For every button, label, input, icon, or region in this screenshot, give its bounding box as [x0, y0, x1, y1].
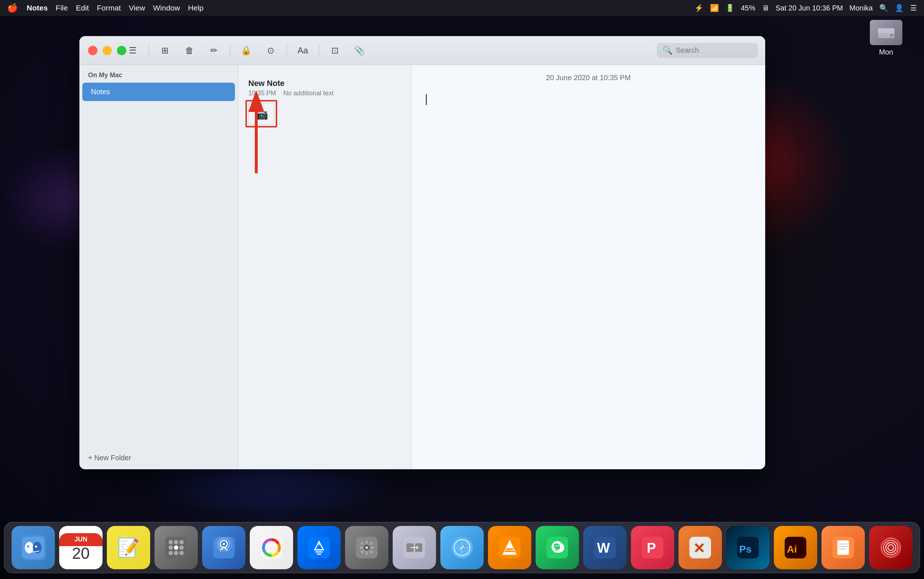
minimize-button[interactable]	[103, 46, 112, 55]
svg-text:✕: ✕	[693, 540, 705, 556]
menu-edit[interactable]: Edit	[76, 3, 89, 12]
desktop-hd-icon[interactable]: Mon	[870, 20, 902, 56]
wifi-icon: 📶	[710, 3, 719, 12]
apple-menu[interactable]: 🍎	[7, 3, 18, 13]
toolbar-separator-3	[286, 44, 287, 57]
svg-rect-37	[360, 546, 362, 549]
toolbar-separator-2	[230, 44, 230, 57]
dock-item-xmind[interactable]: ✕	[679, 526, 722, 569]
notification-list-icon[interactable]: ☰	[910, 3, 917, 12]
notes-toolbar: ☰ ⊞ 🗑 ✏ 🔒 ⊙ Aa ⊡ 📎 🔍	[79, 36, 765, 65]
editor-body[interactable]	[412, 91, 765, 469]
toolbar-separator-1	[149, 44, 149, 57]
battery-icon: 🔋	[726, 3, 734, 12]
dock-item-stickies[interactable]: 📝	[107, 526, 150, 569]
sidebar-item-notes[interactable]: Notes	[82, 83, 235, 101]
note-time: 10:35 PM	[248, 90, 276, 97]
editor-date: 20 June 2020 at 10:35 PM	[412, 65, 765, 91]
svg-rect-28	[308, 537, 330, 558]
dock-item-migration[interactable]	[393, 526, 436, 569]
dock-item-photoshop[interactable]: Ps	[726, 526, 770, 569]
dock-container: JUN 20 📝	[4, 522, 920, 573]
sidebar-item-label: Notes	[91, 88, 226, 96]
svg-point-2	[890, 34, 893, 37]
svg-point-16	[174, 545, 178, 550]
menubar: 🍎 Notes File Edit Format View Window Hel…	[0, 0, 924, 16]
notes-list: New Note 10:35 PM No additional text 📷	[238, 65, 412, 469]
window-controls	[79, 36, 126, 65]
note-list-item[interactable]: New Note 10:35 PM No additional text 📷	[238, 72, 411, 131]
compose-button[interactable]: ✏	[204, 41, 224, 60]
svg-text:Ps: Ps	[739, 544, 751, 555]
dock-item-whatsapp[interactable]	[536, 526, 579, 569]
notes-window: ☰ ⊞ 🗑 ✏ 🔒 ⊙ Aa ⊡ 📎 🔍 On My Mac Notes + N…	[79, 36, 765, 469]
new-folder-button[interactable]: + New Folder	[79, 447, 238, 469]
table-button[interactable]: ⊡	[325, 41, 345, 60]
menu-format[interactable]: Format	[97, 3, 121, 12]
dock-item-calendar[interactable]: JUN 20	[59, 526, 103, 569]
menubar-right: ⚡ 📶 🔋 45% 🖥 Sat 20 Jun 10:36 PM Monika 🔍…	[695, 3, 917, 12]
toolbar-search[interactable]: 🔍	[657, 43, 758, 58]
dock-item-wave[interactable]	[869, 526, 913, 569]
menu-window[interactable]: Window	[153, 3, 180, 12]
contacts-icon[interactable]: 👤	[895, 3, 904, 12]
attachment-button[interactable]: 📎	[349, 41, 370, 60]
svg-text:W: W	[597, 540, 610, 556]
svg-rect-36	[366, 552, 368, 555]
camera-button-wrapper: 📷	[248, 103, 274, 124]
dock-item-word[interactable]: W	[583, 526, 626, 569]
dock-item-vlc[interactable]	[488, 526, 531, 569]
svg-rect-56	[506, 548, 513, 550]
menu-help[interactable]: Help	[188, 3, 204, 12]
close-button[interactable]	[88, 46, 97, 55]
maximize-button[interactable]	[117, 46, 126, 55]
dock-item-finder[interactable]	[11, 526, 55, 569]
note-meta: 10:35 PM No additional text	[248, 90, 401, 97]
svg-point-27	[268, 544, 275, 551]
datetime: Sat 20 Jun 10:36 PM	[776, 4, 843, 12]
dock-item-system-prefs[interactable]	[345, 526, 388, 569]
font-button[interactable]: Aa	[293, 41, 313, 60]
bluetooth-icon: ⚡	[695, 3, 703, 12]
svg-point-25	[223, 543, 225, 545]
dock-item-appstore[interactable]	[298, 526, 341, 569]
svg-point-20	[179, 551, 184, 555]
dock-item-launchpad[interactable]	[154, 526, 198, 569]
dock-item-illustrator[interactable]: Ai	[774, 526, 817, 569]
delete-button[interactable]: 🗑	[179, 41, 200, 60]
svg-rect-55	[505, 551, 515, 552]
svg-point-14	[179, 540, 184, 545]
svg-point-12	[168, 540, 173, 545]
lock-button[interactable]: 🔒	[236, 41, 256, 60]
svg-text:Ai: Ai	[787, 544, 797, 555]
svg-point-18	[168, 551, 173, 555]
hd-label: Mon	[879, 48, 893, 56]
dock-item-sharebuddy[interactable]	[202, 526, 245, 569]
svg-point-15	[168, 545, 173, 550]
notes-content: On My Mac Notes + New Folder New Note 10…	[79, 65, 765, 469]
dock-item-photos[interactable]	[250, 526, 293, 569]
camera-scan-button[interactable]: 📷	[248, 103, 274, 124]
sidebar-section-header: On My Mac	[79, 65, 238, 83]
grid-view-button[interactable]: ⊞	[155, 41, 175, 60]
svg-rect-54	[505, 553, 514, 554]
share-button[interactable]: ⊙	[261, 41, 281, 60]
dock-item-pocket[interactable]: P	[631, 526, 674, 569]
dock-item-pages-viewer[interactable]	[821, 526, 865, 569]
menu-file[interactable]: File	[56, 3, 68, 12]
search-icon[interactable]: 🔍	[879, 3, 888, 12]
battery-percent: 45%	[741, 4, 756, 12]
notes-sidebar: On My Mac Notes + New Folder	[79, 65, 238, 469]
svg-rect-35	[366, 540, 368, 543]
menu-notes[interactable]: Notes	[27, 3, 47, 12]
search-input[interactable]	[676, 46, 752, 54]
svg-point-17	[179, 545, 184, 550]
stickies-icon: 📝	[117, 538, 140, 557]
svg-rect-70	[837, 540, 849, 555]
menu-view[interactable]: View	[129, 3, 145, 12]
notes-editor[interactable]: 20 June 2020 at 10:35 PM	[412, 65, 765, 469]
svg-rect-1	[878, 28, 895, 33]
search-icon: 🔍	[663, 46, 672, 55]
dock-item-safari[interactable]	[440, 526, 484, 569]
editor-cursor	[426, 94, 427, 105]
